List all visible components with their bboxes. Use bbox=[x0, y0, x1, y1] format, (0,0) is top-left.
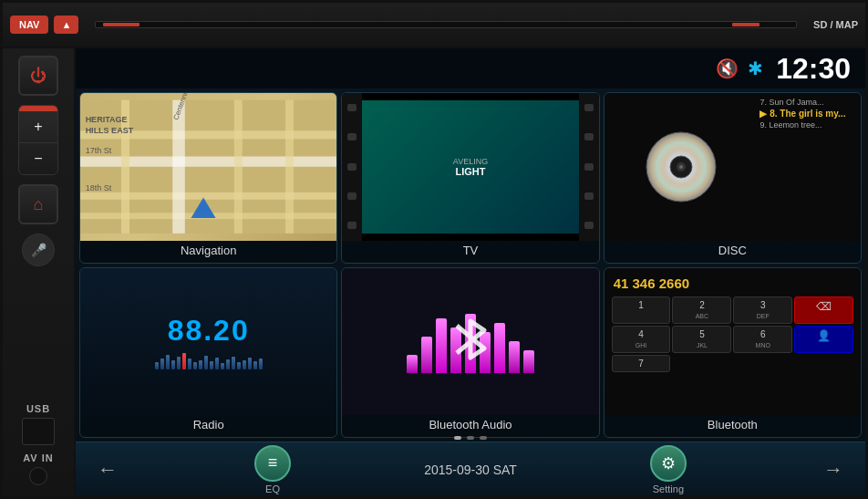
navigation-bg: HERITAGE HILLS EAST 17th St 18th St Cent… bbox=[80, 93, 336, 241]
radio-bar bbox=[243, 360, 246, 369]
tv-cell[interactable]: AVELING LIGHT TV bbox=[341, 92, 599, 264]
phone-key-7[interactable]: 7 bbox=[612, 355, 671, 372]
avin-port bbox=[29, 467, 47, 485]
datetime-display: 2015-09-30 SAT bbox=[424, 462, 517, 478]
radio-bar bbox=[199, 360, 202, 369]
film-hole bbox=[347, 104, 356, 111]
radio-bar bbox=[155, 362, 159, 369]
page-dot-1[interactable] bbox=[454, 436, 461, 440]
radio-bar bbox=[237, 362, 241, 369]
radio-bar bbox=[171, 360, 175, 369]
navigation-label: Navigation bbox=[80, 240, 336, 263]
tv-bg: AVELING LIGHT bbox=[342, 93, 598, 241]
forward-button[interactable]: → bbox=[820, 454, 847, 485]
eq-bars-visual bbox=[407, 309, 534, 373]
usb-port bbox=[22, 418, 55, 445]
page-dot-3[interactable] bbox=[480, 436, 487, 440]
radio-bars bbox=[155, 351, 263, 369]
phone-key-4[interactable]: 4GHI bbox=[612, 326, 671, 353]
navigation-cell[interactable]: HERITAGE HILLS EAST 17th St 18th St Cent… bbox=[79, 92, 337, 264]
film-hole bbox=[584, 133, 594, 140]
film-hole bbox=[584, 222, 594, 229]
radio-bar bbox=[188, 359, 191, 369]
disc-cell[interactable]: 7. Sun Of Jama... ▶ 8. The girl is my...… bbox=[604, 92, 862, 264]
disc-track-9: 9. Leemon tree... bbox=[760, 120, 859, 130]
phone-key-2[interactable]: 2ABC bbox=[672, 296, 731, 324]
phone-number: 41 346 2660 bbox=[608, 272, 857, 296]
volume-up-button[interactable]: + bbox=[19, 111, 57, 142]
svg-text:HILLS EAST: HILLS EAST bbox=[86, 126, 134, 135]
radio-bar bbox=[193, 362, 197, 369]
radio-bar bbox=[259, 359, 263, 369]
home-icon: ⌂ bbox=[34, 195, 44, 214]
disc-visual bbox=[604, 93, 759, 241]
bluetooth-phone-bg: 41 346 2660 1 2ABC 3DEF ⌫ 4GHI 5JKL 6MNO… bbox=[604, 268, 861, 416]
eq-bar bbox=[421, 337, 432, 373]
eq-bar bbox=[523, 350, 534, 373]
eq-icon: ≡ bbox=[268, 453, 278, 473]
radio-bar bbox=[177, 357, 181, 369]
power-button[interactable]: ⏻ bbox=[18, 56, 58, 96]
phone-key-1[interactable]: 1 bbox=[612, 296, 671, 324]
screen-header: 🔇 ✱ 12:30 bbox=[76, 48, 865, 88]
eq-bar bbox=[465, 314, 476, 373]
eq-icon-circle: ≡ bbox=[254, 445, 291, 482]
page-dots bbox=[454, 436, 487, 440]
setting-button[interactable]: ⚙ Setting bbox=[650, 445, 687, 494]
radio-bar bbox=[253, 361, 257, 369]
volume-down-button[interactable]: − bbox=[19, 142, 57, 174]
page-dot-2[interactable] bbox=[467, 436, 474, 440]
svg-rect-3 bbox=[80, 192, 336, 200]
bluetooth-phone-cell[interactable]: 41 346 2660 1 2ABC 3DEF ⌫ 4GHI 5JKL 6MNO… bbox=[604, 267, 862, 439]
left-sidebar: ⏻ + − ⌂ 🎤 USB AV IN bbox=[3, 48, 76, 496]
screen: 🔇 ✱ 12:30 bbox=[76, 48, 865, 496]
datetime-text: 2015-09-30 SAT bbox=[424, 463, 517, 477]
gear-icon: ⚙ bbox=[661, 453, 676, 473]
phone-key-5[interactable]: 5JKL bbox=[672, 326, 731, 353]
svg-point-18 bbox=[679, 165, 683, 169]
disc-label: DISC bbox=[604, 240, 861, 263]
tv-show-title: AVELING bbox=[366, 157, 574, 166]
home-button[interactable]: ⌂ bbox=[18, 184, 58, 224]
eject-button[interactable]: ▲ bbox=[54, 16, 78, 34]
film-hole bbox=[347, 222, 356, 229]
cd-slot bbox=[95, 21, 797, 28]
bottom-bar: ← ≡ EQ 2015-09-30 SAT ⚙ Setting → bbox=[76, 442, 865, 496]
phone-keypad: 1 2ABC 3DEF ⌫ 4GHI 5JKL 6MNO 👤 7 bbox=[608, 296, 857, 372]
sd-map-label: SD / MAP bbox=[813, 19, 858, 30]
eq-bar bbox=[436, 318, 447, 373]
radio-bar bbox=[226, 359, 230, 369]
svg-rect-8 bbox=[285, 100, 294, 234]
eq-bar bbox=[407, 355, 418, 373]
bluetooth-icon: ✱ bbox=[748, 57, 763, 79]
disc-track-list: 7. Sun Of Jama... ▶ 8. The girl is my...… bbox=[758, 93, 861, 241]
phone-key-3[interactable]: 3DEF bbox=[733, 296, 792, 324]
volume-section: + − bbox=[18, 105, 58, 175]
phone-key-contacts[interactable]: 👤 bbox=[794, 326, 853, 353]
radio-cell[interactable]: 88.20 bbox=[79, 267, 337, 439]
eq-bar bbox=[509, 341, 520, 373]
radio-bar-active bbox=[182, 353, 186, 369]
film-hole bbox=[584, 192, 594, 200]
svg-text:18th St: 18th St bbox=[86, 183, 112, 192]
bluetooth-audio-label: Bluetooth Audio bbox=[342, 414, 598, 437]
eq-button[interactable]: ≡ EQ bbox=[254, 445, 291, 494]
disc-track-7: 7. Sun Of Jama... bbox=[760, 97, 859, 108]
setting-icon-circle: ⚙ bbox=[650, 445, 687, 482]
disc-svg bbox=[645, 130, 718, 203]
phone-key-6[interactable]: 6MNO bbox=[733, 326, 792, 353]
mic-button[interactable]: 🎤 bbox=[22, 234, 55, 266]
bluetooth-audio-cell[interactable]: Bluetooth Audio bbox=[341, 267, 599, 439]
mute-icon: 🔇 bbox=[716, 57, 739, 79]
bluetooth-audio-bg bbox=[342, 268, 598, 416]
avin-label: AV IN bbox=[23, 452, 54, 463]
nav-button[interactable]: NAV bbox=[10, 16, 48, 34]
phone-key-backspace[interactable]: ⌫ bbox=[794, 296, 853, 324]
svg-rect-2 bbox=[80, 156, 336, 166]
usb-label: USB bbox=[26, 403, 50, 414]
disc-bg: 7. Sun Of Jama... ▶ 8. The girl is my...… bbox=[604, 93, 861, 241]
eq-bar bbox=[480, 332, 491, 373]
radio-bar bbox=[221, 363, 224, 369]
map-visual: HERITAGE HILLS EAST 17th St 18th St Cent… bbox=[80, 93, 336, 241]
back-button[interactable]: ← bbox=[94, 454, 121, 485]
